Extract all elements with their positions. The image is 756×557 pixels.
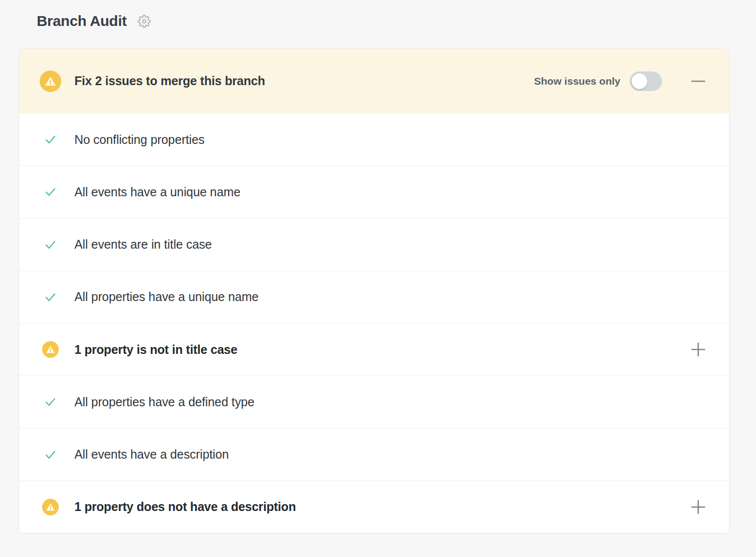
plus-icon: [690, 499, 706, 515]
audit-check-label: All properties have a defined type: [74, 395, 255, 409]
minus-icon: [690, 73, 706, 89]
warning-triangle-icon: [42, 341, 59, 358]
settings-button[interactable]: [138, 15, 151, 28]
check-icon: [44, 448, 57, 462]
audit-check-row: All events are in title case: [19, 218, 729, 271]
warning-triangle-icon: [40, 70, 61, 92]
warning-triangle-icon: [42, 499, 59, 515]
page-header: Branch Audit: [37, 13, 151, 29]
check-icon: [44, 238, 57, 252]
audit-check-row: All properties have a defined type: [19, 375, 729, 428]
page-title: Branch Audit: [37, 13, 127, 29]
branch-audit-card: Fix 2 issues to merge this branch Show i…: [19, 48, 730, 534]
audit-check-label: All events are in title case: [74, 237, 212, 252]
audit-check-label: All properties have a unique name: [74, 290, 259, 304]
plus-icon: [690, 342, 706, 357]
gear-icon: [138, 15, 151, 28]
audit-check-label: 1 property does not have a description: [74, 500, 296, 514]
audit-check-list: No conflicting properties: [19, 114, 729, 533]
branch-audit-page: Branch Audit Fix 2 issue: [0, 0, 756, 557]
audit-check-row: No conflicting properties: [19, 114, 729, 165]
audit-check-label: All events have a unique name: [74, 185, 240, 199]
audit-check-label: 1 property is not in title case: [74, 343, 237, 357]
toggle-knob: [632, 73, 647, 89]
expand-button[interactable]: [690, 342, 706, 357]
show-issues-only-toggle[interactable]: [630, 71, 662, 91]
audit-check-row[interactable]: 1 property does not have a description: [19, 481, 729, 533]
audit-check-label: All events have a description: [74, 447, 229, 462]
audit-check-row: All events have a unique name: [19, 165, 729, 218]
check-icon: [44, 395, 57, 409]
check-icon: [44, 185, 57, 199]
show-issues-only-label: Show issues only: [534, 75, 620, 87]
collapse-button[interactable]: [690, 73, 706, 89]
audit-check-row[interactable]: 1 property is not in title case: [19, 323, 729, 375]
check-icon: [44, 290, 57, 304]
audit-check-row: All properties have a unique name: [19, 271, 729, 323]
audit-check-row: All events have a description: [19, 428, 729, 481]
audit-check-label: No conflicting properties: [74, 133, 205, 147]
issues-banner: Fix 2 issues to merge this branch Show i…: [19, 48, 729, 114]
banner-title: Fix 2 issues to merge this branch: [74, 74, 265, 88]
check-icon: [44, 133, 57, 146]
expand-button[interactable]: [690, 499, 706, 515]
